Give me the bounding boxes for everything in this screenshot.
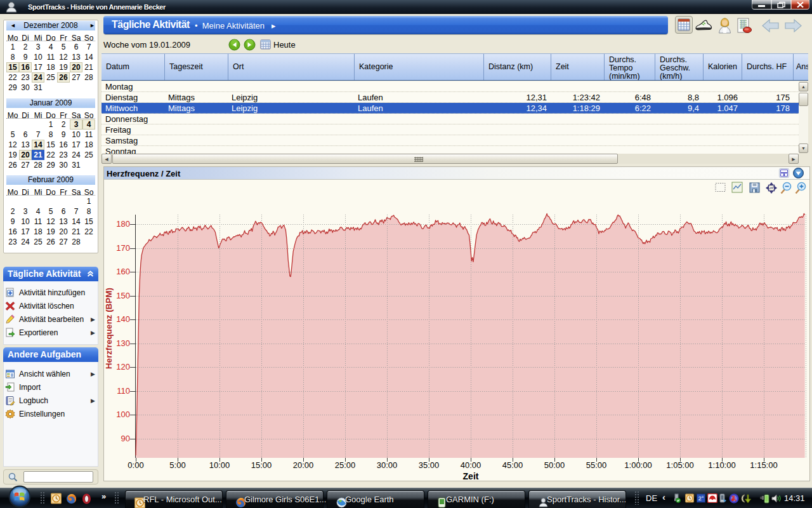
svg-text:20:00: 20:00 — [293, 460, 314, 470]
svg-text:5:00: 5:00 — [169, 460, 185, 470]
svg-text:50:00: 50:00 — [544, 460, 565, 470]
svg-text:35:00: 35:00 — [419, 460, 440, 470]
svg-text:90: 90 — [121, 434, 130, 443]
svg-text:180: 180 — [116, 219, 130, 229]
svg-text:40:00: 40:00 — [461, 460, 481, 470]
svg-text:160: 160 — [116, 267, 130, 276]
svg-text:Herzfrequenz (BPM): Herzfrequenz (BPM) — [104, 288, 114, 369]
svg-text:130: 130 — [116, 338, 130, 348]
svg-text:Zeit: Zeit — [463, 471, 479, 481]
svg-text:0:00: 0:00 — [128, 460, 143, 470]
svg-text:150: 150 — [116, 291, 130, 300]
svg-text:25:00: 25:00 — [335, 460, 356, 470]
svg-text:1:05:00: 1:05:00 — [666, 460, 693, 470]
svg-text:1:10:00: 1:10:00 — [708, 460, 735, 470]
svg-text:110: 110 — [117, 386, 130, 396]
svg-text:55:00: 55:00 — [586, 460, 607, 470]
svg-text:1:00:00: 1:00:00 — [624, 460, 652, 470]
svg-text:30:00: 30:00 — [377, 460, 398, 470]
svg-text:10:00: 10:00 — [209, 460, 230, 470]
svg-text:140: 140 — [116, 314, 130, 324]
svg-text:2°: 2° — [698, 495, 704, 502]
svg-text:45:00: 45:00 — [502, 460, 523, 470]
svg-text:120: 120 — [116, 362, 130, 371]
svg-text:1:15:00: 1:15:00 — [750, 460, 777, 470]
svg-text:100: 100 — [116, 410, 130, 419]
svg-text:15:00: 15:00 — [251, 460, 272, 470]
svg-text:170: 170 — [116, 243, 130, 253]
